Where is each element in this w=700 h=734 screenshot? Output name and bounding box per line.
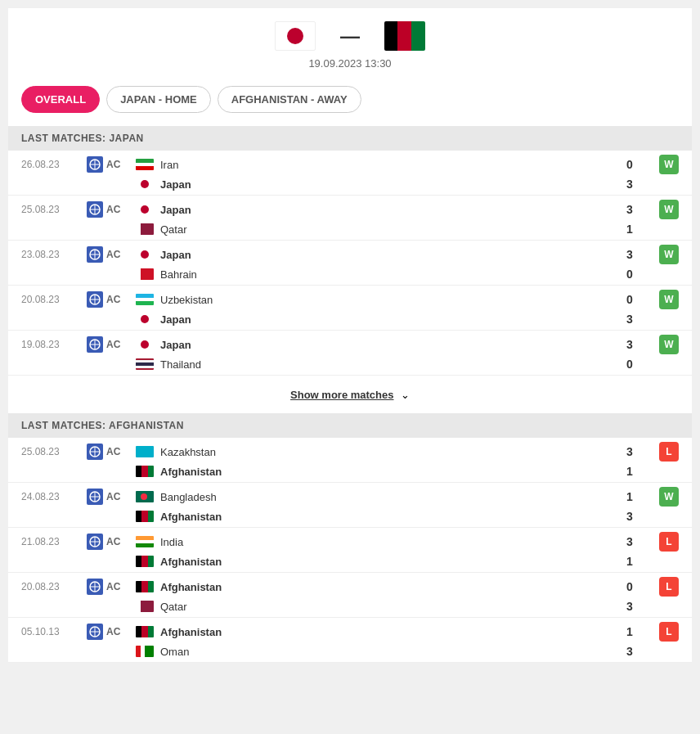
table-row: Afghanistan3 xyxy=(8,508,692,527)
team-info: Qatar xyxy=(136,223,626,236)
match-block: 24.08.23 AC Bangladesh1WAfghanistan3 xyxy=(8,483,692,528)
comp-label: AC xyxy=(106,249,120,260)
japan-flag-icon xyxy=(136,178,154,190)
team-info: Qatar xyxy=(136,601,626,613)
table-row: Japan3 xyxy=(8,311,692,330)
comp-label: AC xyxy=(106,581,120,592)
qatar-flag-icon xyxy=(136,601,154,612)
team-info: Afghanistan xyxy=(136,626,626,638)
match-score: 0 xyxy=(626,158,659,171)
show-more-section: Show more matches ⌄ xyxy=(8,376,692,413)
team-info: Bahrain xyxy=(136,268,626,281)
tab-japan-home[interactable]: JAPAN - HOME xyxy=(106,86,211,113)
table-row: Bahrain0 xyxy=(8,266,692,285)
bangladesh-flag-icon xyxy=(136,491,154,502)
comp-label: AC xyxy=(106,339,120,350)
comp-label: AC xyxy=(106,491,120,502)
match-header: — xyxy=(8,8,692,57)
kazakhstan-flag-icon xyxy=(136,446,154,457)
comp-label: AC xyxy=(106,294,120,305)
match-score: 3 xyxy=(626,313,659,326)
competition-icon xyxy=(87,579,103,595)
show-more-link[interactable]: Show more matches xyxy=(290,389,393,401)
team-info: Japan xyxy=(136,249,626,261)
team-info: Oman xyxy=(136,646,626,658)
match-comp: AC xyxy=(87,291,136,308)
afghanistan-section-header: LAST MATCHES: AFGHANISTAN xyxy=(8,413,692,438)
match-block: 25.08.23 AC Japan3WQatar1 xyxy=(8,196,692,241)
team-name: India xyxy=(160,536,183,548)
competition-icon xyxy=(87,336,103,353)
team-info: Afghanistan xyxy=(136,556,626,568)
team-name: Afghanistan xyxy=(160,511,222,523)
match-score: 3 xyxy=(626,203,659,216)
result-badge: L xyxy=(659,622,679,642)
team-name: Japan xyxy=(160,313,191,326)
result-badge: L xyxy=(659,532,679,552)
team-info: Japan xyxy=(136,339,626,351)
match-score: 0 xyxy=(626,358,659,371)
result-badge: W xyxy=(659,335,679,354)
match-block: 21.08.23 AC India3LAfghanistan1 xyxy=(8,528,692,573)
table-row: 26.08.23 AC Iran0W xyxy=(8,151,692,176)
japan-matches-list: 26.08.23 AC Iran0WJapan325.08.23 AC Japa… xyxy=(8,151,692,376)
iran-flag-icon xyxy=(136,159,154,170)
match-score: 3 xyxy=(626,535,659,548)
match-score: 3 xyxy=(626,510,659,523)
team-name: Kazakhstan xyxy=(160,446,216,458)
competition-icon xyxy=(87,534,103,550)
qatar-flag-icon xyxy=(136,223,154,235)
tab-afghanistan-away[interactable]: AFGHANISTAN - AWAY xyxy=(218,86,361,113)
team-name: Iran xyxy=(160,159,178,171)
match-score: 3 xyxy=(626,445,659,458)
comp-label: AC xyxy=(106,626,120,637)
match-comp: AC xyxy=(87,579,136,595)
tabs-bar: OVERALL JAPAN - HOME AFGHANISTAN - AWAY xyxy=(8,79,692,126)
match-score: 0 xyxy=(626,580,659,593)
match-score: 1 xyxy=(626,223,659,236)
match-block: 25.08.23 AC Kazakhstan3LAfghanistan1 xyxy=(8,438,692,483)
match-score: 3 xyxy=(626,338,659,351)
match-comp: AC xyxy=(87,201,136,218)
table-row: 20.08.23 AC Uzbekistan0W xyxy=(8,286,692,311)
team-name: Qatar xyxy=(160,601,187,613)
table-row: 05.10.13 AC Afghanistan1L xyxy=(8,618,692,643)
match-score: 3 xyxy=(626,248,659,261)
team-name: Qatar xyxy=(160,223,187,236)
team-info: Thailand xyxy=(136,358,626,371)
competition-icon xyxy=(87,489,103,505)
team-info: Bangladesh xyxy=(136,491,626,503)
table-row: 21.08.23 AC India3L xyxy=(8,528,692,553)
match-score: 1 xyxy=(626,625,659,638)
table-row: 23.08.23 AC Japan3W xyxy=(8,241,692,266)
afghanistan-flag-icon xyxy=(136,556,154,567)
table-row: Afghanistan1 xyxy=(8,463,692,482)
match-block: 23.08.23 AC Japan3WBahrain0 xyxy=(8,241,692,286)
comp-label: AC xyxy=(106,159,120,170)
tab-overall[interactable]: OVERALL xyxy=(21,86,100,113)
chevron-down-icon: ⌄ xyxy=(401,389,410,401)
india-flag-icon xyxy=(136,536,154,547)
team-name: Japan xyxy=(160,178,191,191)
result-badge: L xyxy=(659,442,679,462)
afghanistan-matches-list: 25.08.23 AC Kazakhstan3LAfghanistan124.0… xyxy=(8,438,692,663)
match-comp: AC xyxy=(87,534,136,550)
team1-flag xyxy=(275,21,316,51)
match-comp: AC xyxy=(87,246,136,263)
table-row: Japan3 xyxy=(8,176,692,195)
japan-flag-icon xyxy=(136,339,154,350)
table-row: Thailand0 xyxy=(8,356,692,375)
result-badge: W xyxy=(659,155,679,174)
table-row: 25.08.23 AC Kazakhstan3L xyxy=(8,438,692,463)
team-name: Thailand xyxy=(160,358,201,371)
table-row: Qatar1 xyxy=(8,221,692,240)
main-container: — 19.09.2023 13:30 OVERALL JAPAN - HOME … xyxy=(8,8,692,663)
oman-flag-icon xyxy=(136,646,154,657)
competition-icon xyxy=(87,291,103,308)
match-block: 26.08.23 AC Iran0WJapan3 xyxy=(8,151,692,196)
comp-label: AC xyxy=(106,446,120,457)
match-block: 20.08.23 AC Uzbekistan0WJapan3 xyxy=(8,286,692,331)
team-name: Bangladesh xyxy=(160,491,217,503)
match-score: 1 xyxy=(626,465,659,478)
team-name: Uzbekistan xyxy=(160,294,213,306)
